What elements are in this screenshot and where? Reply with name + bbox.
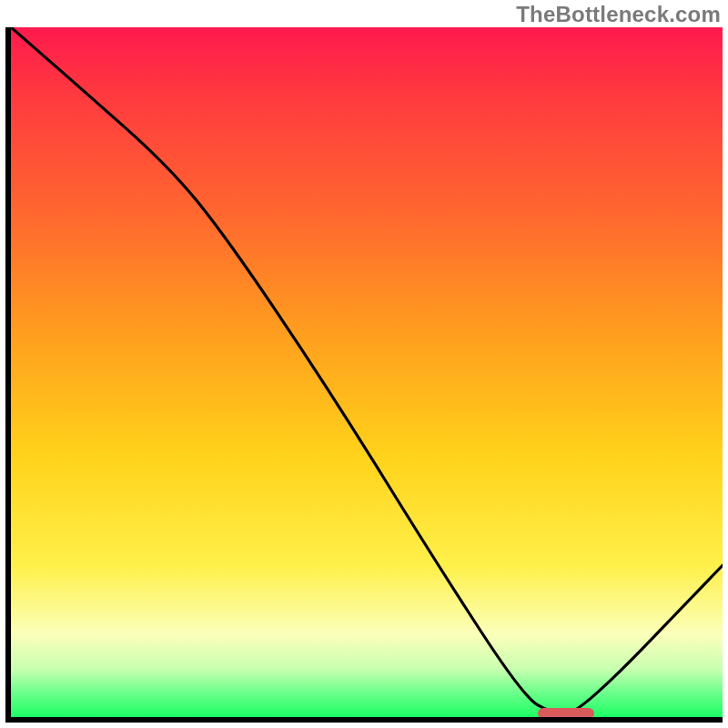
plot-area bbox=[5, 27, 723, 723]
watermark-text: TheBottleneck.com bbox=[516, 2, 721, 27]
chart-frame: TheBottleneck.com bbox=[0, 0, 728, 728]
axes bbox=[5, 27, 723, 723]
